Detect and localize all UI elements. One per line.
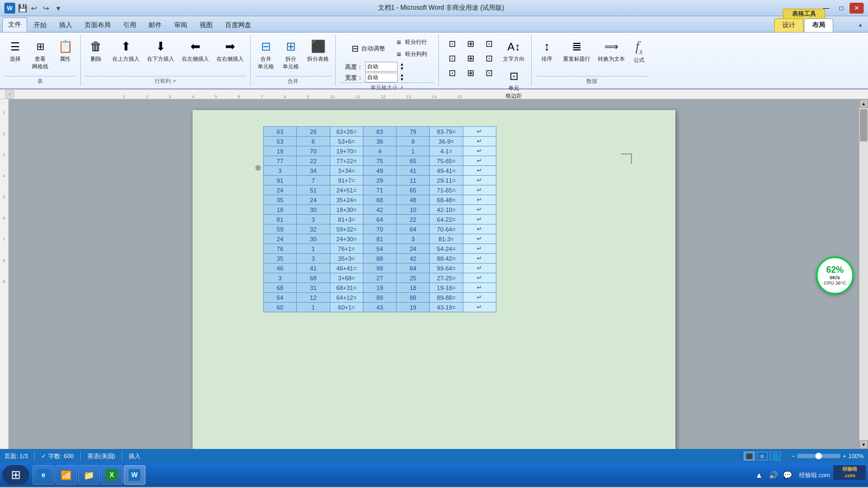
table-cell[interactable]: 4-1= — [430, 146, 463, 156]
split-table-btn[interactable]: ⬛ 拆分表格 — [305, 37, 331, 64]
formula-btn[interactable]: fx 公式 — [630, 37, 648, 66]
table-cell[interactable]: ↵ — [463, 185, 496, 195]
rows-cols-expand-icon[interactable]: ↗ — [172, 79, 176, 84]
taskbar-app-explorer[interactable]: 📁 — [78, 465, 100, 485]
table-cell[interactable]: 99 — [363, 264, 396, 273]
table-cell[interactable]: 75-65= — [430, 156, 463, 166]
tab-design[interactable]: 设计 — [774, 18, 803, 32]
table-cell[interactable]: 43 — [363, 303, 396, 312]
table-cell[interactable]: 42-10= — [430, 205, 463, 215]
table-cell[interactable]: ↵ — [463, 166, 496, 176]
align-tr-btn[interactable]: ⊡ — [480, 37, 497, 50]
height-down-icon[interactable]: ▼ — [400, 67, 404, 71]
table-cell[interactable]: 18 — [264, 205, 297, 215]
table-cell[interactable]: 77+22= — [330, 156, 363, 166]
insert-left-btn[interactable]: ⬅ 在左侧插入 — [180, 37, 211, 64]
table-cell[interactable]: 91 — [264, 176, 297, 185]
table-cell[interactable]: 30 — [297, 205, 330, 215]
table-cell[interactable]: ↵ — [463, 254, 496, 264]
table-cell[interactable]: 65 — [397, 156, 430, 166]
table-cell[interactable]: 7 — [297, 176, 330, 185]
table-cell[interactable]: ↵ — [463, 215, 496, 224]
tab-review[interactable]: 审阅 — [168, 18, 193, 32]
table-cell[interactable]: 53+6= — [330, 137, 363, 146]
table-cell[interactable]: 3 — [297, 254, 330, 264]
table-cell[interactable]: ↵ — [463, 224, 496, 234]
table-cell[interactable]: 99-64= — [430, 264, 463, 273]
table-cell[interactable]: ↵ — [463, 127, 496, 137]
table-cell[interactable]: 43-19= — [430, 303, 463, 312]
table-cell[interactable]: 27-25= — [430, 273, 463, 283]
table-cell[interactable]: 1 — [397, 146, 430, 156]
insert-above-btn[interactable]: ⬆ 在上方插入 — [110, 37, 142, 64]
table-cell[interactable]: 46+41= — [330, 264, 363, 273]
table-cell[interactable]: 32 — [297, 224, 330, 234]
tab-home[interactable]: 开始 — [28, 18, 53, 32]
table-cell[interactable]: 1 — [297, 244, 330, 254]
taskbar-app-wifi[interactable]: 📶 — [55, 465, 77, 485]
table-cell[interactable]: 70-64= — [430, 224, 463, 234]
right-scrollbar[interactable]: ▲ ▼ — [859, 99, 868, 449]
table-cell[interactable]: 91+7= — [330, 176, 363, 185]
tab-file[interactable]: 文件 — [2, 17, 27, 32]
table-cell[interactable]: 27 — [363, 273, 396, 283]
table-cell[interactable]: 76+1= — [330, 244, 363, 254]
table-cell[interactable]: 64 — [264, 293, 297, 303]
table-cell[interactable]: ↵ — [463, 303, 496, 312]
tab-page-layout[interactable]: 页面布局 — [79, 18, 117, 32]
table-cell[interactable]: 59 — [264, 224, 297, 234]
select-btn[interactable]: ☰ 选择 — [4, 37, 26, 64]
table-cell[interactable]: 49 — [363, 166, 396, 176]
save-quick-icon[interactable]: 💾 — [17, 3, 27, 13]
table-cell[interactable]: 18 — [397, 283, 430, 293]
table-cell[interactable]: ↵ — [463, 273, 496, 283]
properties-btn[interactable]: 📋 属性 — [54, 37, 76, 64]
table-cell[interactable]: 1 — [297, 303, 330, 312]
table-cell[interactable]: ↵ — [463, 234, 496, 244]
table-cell[interactable]: 89-88= — [430, 293, 463, 303]
table-cell[interactable]: 22 — [297, 156, 330, 166]
tray-chat-icon[interactable]: 💬 — [782, 470, 793, 480]
table-cell[interactable]: 65 — [397, 185, 430, 195]
delete-btn[interactable]: 🗑 删除 — [85, 37, 107, 64]
table-cell[interactable]: 64-22= — [430, 215, 463, 224]
insert-right-btn[interactable]: ➡ 在右侧插入 — [214, 37, 246, 64]
table-cell[interactable]: 11 — [397, 176, 430, 185]
table-cell[interactable]: 64+12= — [330, 293, 363, 303]
align-mr-btn[interactable]: ⊡ — [480, 52, 497, 65]
table-cell[interactable]: 60+1= — [330, 303, 363, 312]
table-cell[interactable]: 24+30= — [330, 234, 363, 244]
table-cell[interactable]: 24 — [264, 234, 297, 244]
edit-mode[interactable]: 插入 — [129, 452, 141, 460]
table-cell[interactable]: 88 — [363, 254, 396, 264]
zoom-out-btn[interactable]: − — [792, 453, 795, 459]
align-ml-btn[interactable]: ⊡ — [443, 52, 461, 65]
table-cell[interactable]: 24+51= — [330, 185, 363, 195]
table-cell[interactable]: 6 — [297, 137, 330, 146]
table-cell[interactable]: 35+24= — [330, 195, 363, 205]
split-cells-btn[interactable]: ⊞ 拆分单元格 — [280, 37, 302, 72]
table-cell[interactable]: 88-42= — [430, 254, 463, 264]
table-cell[interactable]: 18+30= — [330, 205, 363, 215]
tab-references[interactable]: 引用 — [117, 18, 142, 32]
height-spinners[interactable]: ▲ ▼ — [400, 62, 404, 71]
taskbar-app-ie[interactable]: e — [33, 465, 54, 485]
maximize-button[interactable]: □ — [834, 3, 848, 14]
table-cell[interactable]: 35 — [264, 195, 297, 205]
align-tc-btn[interactable]: ⊞ — [462, 37, 479, 50]
table-cell[interactable]: 22 — [397, 215, 430, 224]
table-cell[interactable]: 70 — [363, 224, 396, 234]
table-cell[interactable]: 42 — [397, 254, 430, 264]
taskbar-app-excel[interactable]: X — [101, 465, 123, 485]
insert-below-btn[interactable]: ⬇ 在下方插入 — [145, 37, 176, 64]
table-cell[interactable]: ↵ — [463, 283, 496, 293]
table-cell[interactable]: 24 — [397, 244, 430, 254]
table-cell[interactable]: 71 — [363, 185, 396, 195]
table-cell[interactable]: 3+68= — [330, 273, 363, 283]
table-cell[interactable]: 25 — [397, 273, 430, 283]
table-cell[interactable]: 9 — [397, 137, 430, 146]
table-cell[interactable]: 48 — [397, 195, 430, 205]
table-cell[interactable]: 63+26= — [330, 127, 363, 137]
merge-cells-btn[interactable]: ⊟ 合并单元格 — [255, 37, 277, 72]
table-cell[interactable]: 19+70= — [330, 146, 363, 156]
